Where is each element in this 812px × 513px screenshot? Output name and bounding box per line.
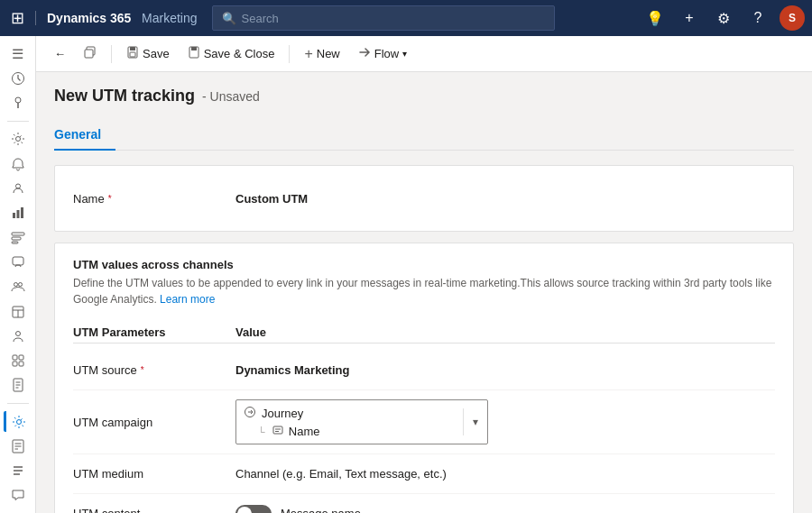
utm-campaign-row: UTM campaign Journey: [73, 390, 775, 454]
utm-campaign-dropdown[interactable]: Journey └ Name ▾: [235, 399, 488, 444]
svg-rect-9: [12, 237, 21, 240]
sidebar-item-menu[interactable]: ☰: [4, 43, 32, 64]
sidebar-item-chart[interactable]: [4, 203, 32, 224]
svg-rect-7: [21, 207, 23, 218]
new-label: New: [317, 47, 340, 60]
avatar[interactable]: S: [780, 5, 805, 31]
message-name-toggle[interactable]: [235, 505, 272, 514]
settings-icon[interactable]: ⚙: [711, 5, 736, 31]
journey-icon: [244, 406, 256, 421]
sidebar-item-chat[interactable]: [4, 485, 32, 506]
restore-icon: [84, 46, 97, 61]
sidebar-item-list[interactable]: [4, 460, 32, 481]
utm-section-card: UTM values across channels Define the UT…: [54, 243, 794, 513]
save-close-label: Save & Close: [204, 47, 275, 60]
sidebar-item-templates[interactable]: [4, 301, 32, 322]
commandbar: ← Save Save & Close: [36, 36, 812, 72]
search-input[interactable]: [242, 12, 545, 25]
svg-point-13: [18, 283, 22, 287]
svg-point-26: [17, 419, 22, 424]
sidebar: ☰: [0, 36, 36, 513]
utm-section-desc: Define the UTM values to be appended to …: [73, 275, 775, 307]
flow-icon: [358, 46, 371, 61]
grid-menu-icon[interactable]: ⊞: [7, 5, 28, 32]
svg-rect-10: [12, 242, 18, 243]
svg-rect-21: [19, 362, 23, 366]
utm-campaign-value: Journey └ Name ▾: [235, 399, 775, 444]
svg-rect-6: [16, 210, 19, 218]
utm-source-row: UTM source * Dynamics Marketing: [73, 351, 775, 390]
save-close-button[interactable]: Save & Close: [180, 42, 282, 65]
name-form-row: Name * Custom UTM: [73, 180, 775, 216]
sidebar-item-person[interactable]: [4, 325, 32, 346]
sidebar-item-recent[interactable]: [4, 68, 32, 88]
back-button[interactable]: ←: [47, 43, 73, 64]
add-icon[interactable]: +: [677, 5, 702, 31]
dropdown-item-name: └ Name: [244, 423, 456, 440]
sidebar-item-contacts[interactable]: [4, 178, 32, 198]
learn-more-link[interactable]: Learn more: [160, 293, 215, 306]
content-area: ← Save Save & Close: [36, 36, 812, 513]
svg-point-17: [15, 331, 20, 335]
sidebar-divider-1: [7, 121, 29, 122]
svg-rect-11: [13, 257, 23, 265]
utm-campaign-label: UTM campaign: [73, 416, 235, 429]
page-title: New UTM tracking: [54, 87, 195, 105]
name-required-star: *: [108, 194, 112, 204]
dropdown-content: Journey └ Name: [236, 400, 463, 444]
svg-rect-8: [12, 233, 24, 235]
flow-button[interactable]: Flow ▾: [351, 42, 414, 65]
page-content: New UTM tracking - Unsaved General Name …: [36, 72, 812, 513]
utm-col-param-header: UTM Parameters: [73, 325, 235, 339]
svg-rect-18: [13, 355, 17, 360]
save-close-icon: [188, 46, 200, 61]
search-bar[interactable]: 🔍: [212, 5, 555, 31]
save-icon: [126, 46, 139, 61]
main-layout: ☰: [0, 36, 812, 513]
svg-rect-40: [191, 47, 197, 50]
tab-general[interactable]: General: [54, 120, 115, 151]
sidebar-item-apps[interactable]: [4, 350, 32, 371]
name-form-card: Name * Custom UTM: [54, 165, 794, 232]
sidebar-item-gear-active[interactable]: [4, 411, 32, 432]
svg-rect-37: [130, 47, 135, 50]
toggle-label: Message name: [281, 507, 361, 513]
topbar: ⊞ Dynamics 365 Marketing 🔍 💡 + ⚙ ? S: [0, 0, 812, 36]
sidebar-item-pinned[interactable]: [4, 93, 32, 114]
sidebar-item-speech[interactable]: [4, 252, 32, 272]
svg-rect-20: [13, 362, 17, 366]
utm-source-value[interactable]: Dynamics Marketing: [235, 363, 775, 377]
cmd-sep-1: [111, 45, 112, 63]
lightbulb-icon[interactable]: 💡: [642, 5, 668, 31]
sidebar-item-segments[interactable]: [4, 227, 32, 248]
tree-connector-icon: └: [258, 426, 265, 437]
dropdown-item-journey: Journey: [244, 404, 456, 423]
restore-button[interactable]: [77, 42, 104, 65]
sidebar-divider-2: [7, 403, 29, 404]
svg-rect-38: [130, 52, 135, 57]
tabs: General: [54, 120, 794, 151]
utm-medium-row: UTM medium Channel (e.g. Email, Text mes…: [73, 454, 775, 494]
name-label: Name *: [73, 192, 235, 206]
svg-point-1: [15, 97, 21, 103]
sidebar-item-alerts[interactable]: [4, 153, 32, 174]
dropdown-chevron-icon[interactable]: ▾: [463, 408, 487, 435]
svg-point-12: [14, 283, 17, 287]
sidebar-item-report[interactable]: [4, 435, 32, 456]
page-title-row: New UTM tracking - Unsaved: [54, 87, 794, 105]
save-button[interactable]: Save: [119, 42, 177, 65]
help-icon[interactable]: ?: [745, 5, 770, 31]
sidebar-item-groups[interactable]: [4, 277, 32, 298]
new-button[interactable]: + New: [297, 42, 346, 66]
svg-rect-5: [13, 213, 15, 218]
utm-col-value-header: Value: [235, 325, 775, 339]
utm-source-required: *: [141, 365, 144, 375]
name-value[interactable]: Custom UTM: [235, 192, 308, 206]
sidebar-item-settings[interactable]: [4, 129, 32, 150]
sidebar-item-docs[interactable]: [4, 375, 32, 396]
utm-section-title: UTM values across channels: [73, 258, 775, 271]
save-label: Save: [143, 47, 170, 60]
utm-content-label: UTM content: [73, 507, 235, 513]
page-status: - Unsaved: [202, 89, 260, 104]
utm-table-header: UTM Parameters Value: [73, 322, 775, 344]
